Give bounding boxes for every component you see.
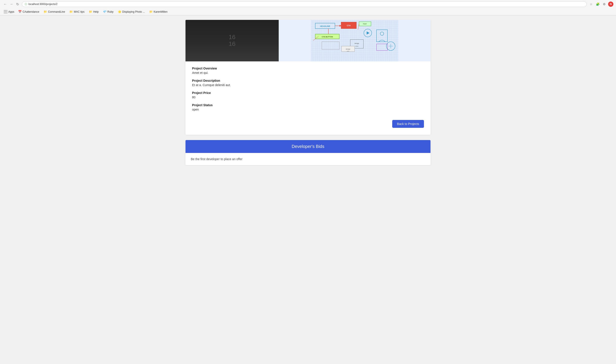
bids-section: Developer's Bids Be the first developer …	[186, 140, 430, 165]
bookmark-displayingphoto[interactable]: 🌟 Displaying Photo ...	[116, 9, 147, 14]
page-wrapper: 16 16	[0, 15, 616, 364]
extensions-icon[interactable]: 🧩	[595, 1, 600, 7]
star-icon: 🌟	[118, 10, 121, 13]
apps-label: Apps	[8, 10, 14, 13]
project-overview-field: Project Overview Amet et qui.	[192, 67, 424, 75]
project-card: 16 16	[186, 20, 430, 135]
project-status-field: Project Status open	[192, 103, 424, 111]
forward-nav-button[interactable]: →	[9, 1, 14, 7]
svg-text:design: design	[354, 43, 359, 44]
bookmark-displayingphoto-label: Displaying Photo ...	[122, 10, 145, 13]
browser-chrome: ← → ↻ ⓘ localhost:3000/projects/2 ☆ 🧩 ⚙ …	[0, 0, 616, 15]
project-description-value: Et at a. Cumque deleniti aut.	[192, 83, 424, 87]
lock-icon: ⓘ	[25, 3, 27, 6]
svg-text:icon: icon	[347, 51, 349, 52]
apps-grid-icon	[4, 10, 7, 13]
phone-time-line2: 16	[229, 40, 235, 47]
bookmark-commandline[interactable]: 📁 CommandLine	[42, 9, 67, 14]
url-text: localhost:3000/projects/2	[28, 3, 57, 6]
folder-icon-1: 📁	[43, 10, 47, 13]
svg-text:design: design	[346, 48, 350, 50]
bids-empty-message: Be the first developer to place an offer	[191, 157, 425, 161]
project-status-value: open	[192, 108, 424, 111]
bookmark-karenmillen[interactable]: 📁 KarenMillen	[148, 9, 169, 14]
sketch-image: HEADLINE CTA CTA BUTTON FEAT	[279, 20, 430, 61]
project-details: Project Overview Amet et qui. Project De…	[186, 61, 430, 135]
ruby-icon: 💎	[103, 10, 107, 13]
user-avatar[interactable]: N	[608, 1, 613, 7]
project-price-value: 80	[192, 95, 424, 99]
bookmark-help-label: Help	[93, 10, 99, 13]
phone-image: 16 16	[186, 20, 279, 61]
svg-text:notes: notes	[355, 45, 358, 47]
nav-buttons: ← → ↻	[3, 1, 20, 7]
browser-toolbar: ← → ↻ ⓘ localhost:3000/projects/2 ☆ 🧩 ⚙ …	[0, 0, 616, 8]
phone-time-display: 16 16	[229, 34, 235, 47]
folder-icon-2: 📁	[69, 10, 73, 13]
reload-button[interactable]: ↻	[15, 1, 20, 7]
back-btn-row: Back to Projects	[192, 118, 424, 128]
back-to-projects-button[interactable]: Back to Projects	[392, 120, 424, 128]
back-nav-button[interactable]: ←	[3, 1, 8, 7]
phone-time-line1: 16	[229, 34, 235, 40]
folder-icon-3: 📁	[89, 10, 92, 13]
folder-icon-4: 📁	[149, 10, 153, 13]
project-price-label: Project Price	[192, 91, 424, 95]
svg-text:CTA BUTTON: CTA BUTTON	[322, 36, 333, 38]
calendar-icon: 📅	[18, 10, 22, 13]
project-image: 16 16	[186, 20, 430, 61]
bids-body: Be the first developer to place an offer	[186, 153, 430, 165]
svg-text:FEAT: FEAT	[363, 23, 367, 25]
project-status-label: Project Status	[192, 103, 424, 107]
settings-icon[interactable]: ⚙	[602, 1, 607, 7]
project-description-field: Project Description Et at a. Cumque dele…	[192, 79, 424, 87]
bookmark-caattendance[interactable]: 📅 CAattendance	[16, 9, 41, 14]
bookmark-star-icon[interactable]: ☆	[589, 1, 594, 7]
bookmark-help[interactable]: 📁 Help	[87, 9, 100, 14]
apps-button[interactable]: Apps	[3, 9, 15, 14]
bookmarks-bar: Apps 📅 CAattendance 📁 CommandLine 📁 MAC …	[0, 8, 616, 15]
bookmark-mactips-label: MAC tips	[74, 10, 84, 13]
wireframe-svg: HEADLINE CTA CTA BUTTON FEAT	[279, 20, 430, 61]
bookmark-ruby-label: Ruby	[107, 10, 113, 13]
project-overview-value: Amet et qui.	[192, 71, 424, 75]
bookmark-mactips[interactable]: 📁 MAC tips	[68, 9, 86, 14]
bookmark-caattendance-label: CAattendance	[23, 10, 39, 13]
bookmark-commandline-label: CommandLine	[48, 10, 65, 13]
svg-text:CTA: CTA	[347, 25, 351, 27]
project-price-field: Project Price 80	[192, 91, 424, 99]
address-bar[interactable]: ⓘ localhost:3000/projects/2	[22, 1, 587, 7]
bids-header: Developer's Bids	[186, 140, 430, 153]
project-description-label: Project Description	[192, 79, 424, 82]
browser-actions: ☆ 🧩 ⚙ N	[589, 1, 613, 7]
project-overview-label: Project Overview	[192, 67, 424, 70]
bookmark-karenmillen-label: KarenMillen	[153, 10, 167, 13]
svg-text:HEADLINE: HEADLINE	[320, 25, 330, 27]
bookmark-ruby[interactable]: 💎 Ruby	[101, 9, 115, 14]
